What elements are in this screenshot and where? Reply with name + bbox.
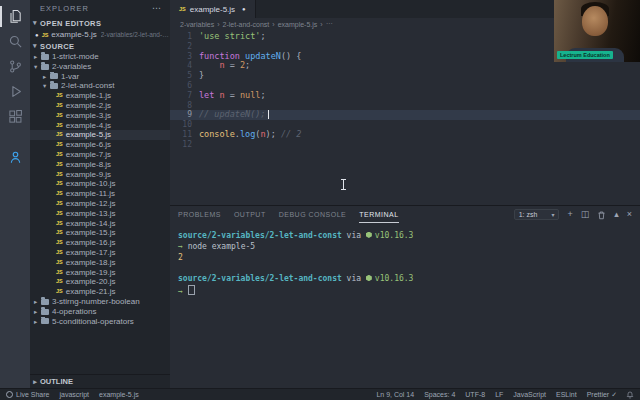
tree-item-label: 2-variables bbox=[52, 62, 91, 72]
js-file-icon: JS bbox=[56, 228, 63, 238]
code-text: console.log(n); // 2 bbox=[199, 130, 301, 140]
panel-tab-problems[interactable]: PROBLEMS bbox=[178, 206, 221, 223]
breadcrumb-item-2-let-and-const[interactable]: 2-let-and-const bbox=[223, 21, 270, 28]
code-line[interactable]: 5} bbox=[170, 71, 640, 81]
status-item-prettier[interactable]: Prettier ✓ bbox=[587, 391, 617, 399]
breadcrumb-separator-icon: › bbox=[272, 21, 274, 28]
bottom-panel: PROBLEMSOUTPUTDEBUG CONSOLETERMINAL 1: z… bbox=[170, 205, 640, 388]
tree-item-example-7-js[interactable]: JSexample-7.js bbox=[30, 150, 170, 160]
terminal-shell-select[interactable]: 1: zsh ▾ bbox=[514, 209, 560, 220]
chevron-right-icon: ▸ bbox=[30, 378, 40, 386]
tree-item-label: example-11.js bbox=[66, 189, 115, 199]
js-file-icon: JS bbox=[56, 248, 63, 258]
open-editors-header[interactable]: ▾ OPEN EDITORS bbox=[30, 17, 170, 29]
panel-tab-output[interactable]: OUTPUT bbox=[234, 206, 266, 223]
tree-item-3-stirng-number-boolean[interactable]: ▸3-stirng-number-boolean bbox=[30, 297, 170, 307]
tree-item-4-operations[interactable]: ▸4-operations bbox=[30, 307, 170, 317]
line-number: 11 bbox=[170, 130, 199, 140]
status-item-spaces-4[interactable]: Spaces: 4 bbox=[424, 391, 455, 398]
tree-item-example-9-js[interactable]: JSexample-9.js bbox=[30, 170, 170, 180]
tree-item-example-17-js[interactable]: JSexample-17.js bbox=[30, 248, 170, 258]
panel-tab-terminal[interactable]: TERMINAL bbox=[359, 206, 398, 223]
line-number: 12 bbox=[170, 140, 199, 150]
status-item-lf[interactable]: LF bbox=[495, 391, 503, 398]
tree-item-example-15-js[interactable]: JSexample-15.js bbox=[30, 228, 170, 238]
code-token bbox=[199, 60, 219, 70]
js-file-icon: JS bbox=[56, 268, 63, 278]
source-section-header[interactable]: ▾ SOURCE bbox=[30, 40, 170, 52]
tree-item-example-10-js[interactable]: JSexample-10.js bbox=[30, 179, 170, 189]
close-panel-icon[interactable]: × bbox=[627, 210, 632, 219]
extensions-icon[interactable] bbox=[0, 104, 30, 129]
tab-example-5-js[interactable]: JS example-5.js ● bbox=[170, 0, 256, 18]
code-line[interactable]: 12 bbox=[170, 140, 640, 150]
status-item-ln-9-col-14[interactable]: Ln 9, Col 14 bbox=[376, 391, 414, 398]
more-actions-icon[interactable]: ⋯ bbox=[152, 0, 162, 17]
line-number: 4 bbox=[170, 61, 199, 71]
tree-item-example-21-js[interactable]: JSexample-21.js bbox=[30, 287, 170, 297]
breadcrumb-item-2-variables[interactable]: 2-variables bbox=[180, 21, 214, 28]
tree-item-example-8-js[interactable]: JSexample-8.js bbox=[30, 160, 170, 170]
tree-item-example-5-js[interactable]: JSexample-5.js bbox=[30, 130, 170, 140]
code-line[interactable]: 7let n = null; bbox=[170, 91, 640, 101]
js-file-icon: JS bbox=[56, 170, 63, 180]
search-icon[interactable] bbox=[0, 29, 30, 54]
status-item-example-5-js[interactable]: example-5.js bbox=[99, 391, 139, 398]
tree-item-example-13-js[interactable]: JSexample-13.js bbox=[30, 209, 170, 219]
tree-item-label: example-16.js bbox=[66, 238, 116, 248]
tree-item-example-4-js[interactable]: JSexample-4.js bbox=[30, 121, 170, 131]
source-control-icon[interactable] bbox=[0, 54, 30, 79]
run-and-debug-icon[interactable] bbox=[0, 79, 30, 104]
tree-item-1-var[interactable]: ▸1-var bbox=[30, 72, 170, 82]
code-token: ; bbox=[260, 90, 265, 100]
status-item-utf-8[interactable]: UTF-8 bbox=[465, 391, 485, 398]
line-number: 1 bbox=[170, 32, 199, 42]
tree-item-example-18-js[interactable]: JSexample-18.js bbox=[30, 258, 170, 268]
tree-item-label: example-12.js bbox=[66, 199, 116, 209]
folder-icon bbox=[50, 73, 58, 79]
modified-dot-icon[interactable]: ● bbox=[242, 6, 246, 12]
terminal-output[interactable]: source/2-variables/2-let-and-const via v… bbox=[170, 223, 640, 388]
tree-item-example-1-js[interactable]: JSexample-1.js bbox=[30, 91, 170, 101]
code-line[interactable]: 4 n = 2; bbox=[170, 61, 640, 71]
live-share-icon[interactable] bbox=[0, 145, 30, 170]
line-number: 9 bbox=[170, 110, 199, 120]
outline-section-header[interactable]: ▸ OUTLINE bbox=[30, 374, 170, 388]
tree-item-label: example-10.js bbox=[66, 179, 116, 189]
status-item-live-share[interactable]: Live Share bbox=[6, 391, 49, 398]
split-terminal-icon[interactable]: ◫ bbox=[581, 210, 590, 219]
status-item-eslint[interactable]: ESLint bbox=[556, 391, 577, 398]
tree-item-example-16-js[interactable]: JSexample-16.js bbox=[30, 238, 170, 248]
notifications-bell-icon[interactable] bbox=[626, 391, 634, 399]
folder-icon bbox=[50, 83, 58, 89]
files-icon[interactable] bbox=[0, 4, 30, 29]
new-terminal-icon[interactable]: + bbox=[567, 210, 572, 219]
tree-item-2-variables[interactable]: ▾2-variables bbox=[30, 62, 170, 72]
tree-item-example-6-js[interactable]: JSexample-6.js bbox=[30, 140, 170, 150]
tree-item-example-12-js[interactable]: JSexample-12.js bbox=[30, 199, 170, 209]
tree-item-example-11-js[interactable]: JSexample-11.js bbox=[30, 189, 170, 199]
code-line[interactable]: 11console.log(n); // 2 bbox=[170, 130, 640, 140]
status-item-javascript[interactable]: javascript bbox=[59, 391, 89, 398]
tree-item-example-20-js[interactable]: JSexample-20.js bbox=[30, 277, 170, 287]
breadcrumb-item-[interactable]: ⋯ bbox=[326, 20, 333, 28]
tree-item-2-let-and-const[interactable]: ▾2-let-and-const bbox=[30, 81, 170, 91]
open-editor-item[interactable]: ● JS example-5.js 2-variables/2-let-and-… bbox=[30, 29, 170, 40]
chevron-right-icon: ▸ bbox=[34, 307, 41, 317]
js-file-icon: JS bbox=[56, 160, 63, 170]
status-item-javascript[interactable]: JavaScript bbox=[513, 391, 546, 398]
code-line[interactable]: 9// updateN(); bbox=[170, 110, 640, 120]
breadcrumb-item-example-5-js[interactable]: example-5.js bbox=[278, 21, 318, 28]
panel-tab-debug-console[interactable]: DEBUG CONSOLE bbox=[279, 206, 347, 223]
tree-item-example-14-js[interactable]: JSexample-14.js bbox=[30, 219, 170, 229]
maximize-panel-icon[interactable]: ▴ bbox=[614, 210, 619, 219]
tree-item-5-conditional-operators[interactable]: ▸5-conditional-operators bbox=[30, 317, 170, 327]
terminal-token: via bbox=[342, 274, 366, 283]
terminal-token: v10.16.3 bbox=[366, 274, 414, 283]
tree-item-example-2-js[interactable]: JSexample-2.js bbox=[30, 101, 170, 111]
terminal-line: source/2-variables/2-let-and-const via v… bbox=[178, 274, 640, 285]
tree-item-example-3-js[interactable]: JSexample-3.js bbox=[30, 111, 170, 121]
tree-item-example-19-js[interactable]: JSexample-19.js bbox=[30, 268, 170, 278]
kill-terminal-icon[interactable] bbox=[597, 210, 606, 220]
tree-item-1-strict-mode[interactable]: ▸1-strict-mode bbox=[30, 52, 170, 62]
